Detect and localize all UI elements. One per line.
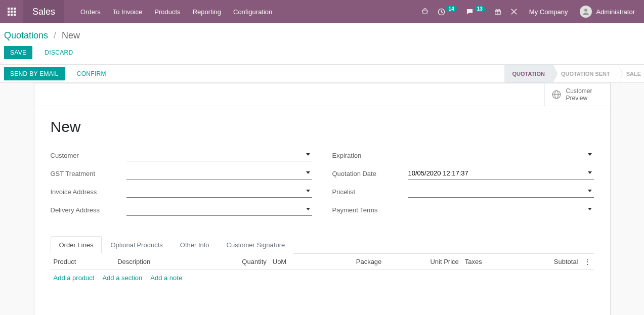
nav-configuration[interactable]: Configuration [227, 0, 278, 23]
tab-other-info[interactable]: Other Info [171, 236, 218, 254]
col-quantity[interactable]: Quantity [201, 254, 270, 270]
form-col-left: Customer GST Treatment [51, 149, 312, 221]
input-gst-treatment[interactable] [126, 169, 303, 177]
col-unit-price[interactable]: Unit Price [384, 254, 461, 270]
activities-badge: 14 [446, 6, 457, 12]
table-add-row: Add a product Add a section Add a note [51, 270, 594, 286]
control-panel: Quotations / New SAVE DISCARD [0, 23, 644, 65]
messages-icon[interactable]: 13 [461, 0, 490, 23]
add-note-link[interactable]: Add a note [150, 274, 182, 282]
user-menu[interactable]: Administrator [575, 6, 640, 18]
col-uom[interactable]: UoM [270, 254, 314, 270]
label-payment-terms: Payment Terms [332, 206, 408, 214]
field-gst-treatment[interactable] [126, 167, 312, 179]
user-name: Administrator [596, 8, 635, 16]
tab-optional-products[interactable]: Optional Products [102, 236, 171, 254]
order-lines-table: Product Description Quantity UoM Package… [51, 254, 594, 315]
stage-quotation-sent[interactable]: QUOTATION SENT [553, 65, 618, 82]
messages-badge: 13 [475, 6, 485, 12]
field-invoice-address[interactable] [126, 186, 312, 198]
app-brand[interactable]: Sales [23, 0, 64, 23]
field-payment-terms[interactable] [408, 204, 594, 216]
label-delivery-address: Delivery Address [51, 206, 126, 214]
chevron-down-icon [306, 171, 310, 174]
tools-icon[interactable] [506, 0, 522, 23]
input-customer[interactable] [126, 151, 303, 159]
add-section-link[interactable]: Add a section [102, 274, 142, 282]
breadcrumb-current: New [62, 30, 80, 40]
chevron-down-icon [306, 153, 310, 156]
nav-to-invoice[interactable]: To Invoice [107, 0, 149, 23]
sheet-body: New Customer GST Treatment [34, 106, 610, 315]
field-pricelist[interactable] [408, 186, 594, 198]
col-package[interactable]: Package [314, 254, 385, 270]
status-stages: QUOTATION QUOTATION SENT SALE [504, 65, 644, 82]
input-quotation-date[interactable] [408, 169, 585, 177]
form-container: Customer Preview New Customer [0, 83, 644, 315]
activities-icon[interactable]: 14 [433, 0, 461, 23]
nav-right: 14 13 My Company Administrator [417, 0, 644, 23]
nav-orders[interactable]: Orders [74, 0, 107, 23]
apps-menu-icon[interactable] [0, 0, 23, 23]
company-selector[interactable]: My Company [522, 8, 575, 16]
label-invoice-address: Invoice Address [51, 188, 126, 196]
field-quotation-date[interactable] [408, 167, 594, 179]
save-button[interactable]: SAVE [4, 46, 32, 59]
input-pricelist[interactable] [408, 188, 585, 195]
tabs: Order Lines Optional Products Other Info… [51, 236, 594, 254]
customer-preview-button[interactable]: Customer Preview [544, 83, 610, 106]
input-expiration[interactable] [408, 152, 585, 159]
breadcrumb: Quotations / New [4, 28, 636, 46]
col-description[interactable]: Description [114, 254, 201, 270]
stat-button-line2: Preview [566, 95, 592, 102]
send-by-email-button[interactable]: SEND BY EMAIL [4, 67, 65, 80]
breadcrumb-separator: / [54, 30, 56, 40]
label-expiration: Expiration [332, 152, 408, 159]
col-subtotal[interactable]: Subtotal [513, 254, 581, 270]
col-product[interactable]: Product [51, 254, 115, 270]
col-options-icon[interactable]: ⋮ [581, 254, 594, 270]
bug-icon[interactable] [417, 0, 433, 23]
discard-button[interactable]: DISCARD [38, 46, 79, 59]
form-title: New [51, 118, 594, 136]
globe-icon [552, 90, 561, 99]
button-box: Customer Preview [34, 83, 610, 106]
col-taxes[interactable]: Taxes [462, 254, 514, 270]
chevron-down-icon [306, 208, 310, 210]
confirm-button[interactable]: CONFIRM [71, 67, 112, 80]
form-grid: Customer GST Treatment [51, 149, 594, 221]
breadcrumb-root[interactable]: Quotations [4, 30, 48, 40]
label-pricelist: Pricelist [332, 188, 408, 196]
label-customer: Customer [51, 152, 126, 159]
stat-button-line1: Customer [566, 87, 592, 95]
chevron-down-icon [588, 171, 592, 174]
action-row: SAVE DISCARD [4, 46, 636, 64]
nav-links: Orders To Invoice Products Reporting Con… [74, 0, 278, 23]
label-gst-treatment: GST Treatment [51, 170, 126, 177]
gift-icon[interactable] [490, 0, 506, 23]
input-invoice-address[interactable] [126, 188, 303, 195]
field-delivery-address[interactable] [126, 204, 312, 216]
svg-point-2 [584, 9, 587, 12]
tab-customer-signature[interactable]: Customer Signature [218, 236, 294, 254]
nav-products[interactable]: Products [148, 0, 186, 23]
status-bar: SEND BY EMAIL CONFIRM QUOTATION QUOTATIO… [0, 65, 644, 83]
input-delivery-address[interactable] [126, 206, 303, 213]
nav-reporting[interactable]: Reporting [187, 0, 227, 23]
field-customer[interactable] [126, 149, 312, 161]
chevron-down-icon [588, 190, 592, 192]
field-expiration[interactable] [408, 149, 594, 161]
chevron-down-icon [306, 190, 310, 192]
chevron-down-icon [588, 208, 592, 210]
status-actions: SEND BY EMAIL CONFIRM [4, 67, 112, 80]
chevron-down-icon [588, 153, 592, 156]
top-navbar: Sales Orders To Invoice Products Reporti… [0, 0, 644, 23]
form-sheet: Customer Preview New Customer [34, 83, 611, 315]
avatar-icon [580, 6, 592, 18]
input-payment-terms[interactable] [408, 206, 585, 214]
form-col-right: Expiration Quotation Date [332, 149, 594, 221]
label-quotation-date: Quotation Date [332, 170, 408, 177]
tab-order-lines[interactable]: Order Lines [51, 236, 102, 254]
stage-quotation[interactable]: QUOTATION [504, 65, 553, 82]
add-product-link[interactable]: Add a product [54, 274, 95, 282]
